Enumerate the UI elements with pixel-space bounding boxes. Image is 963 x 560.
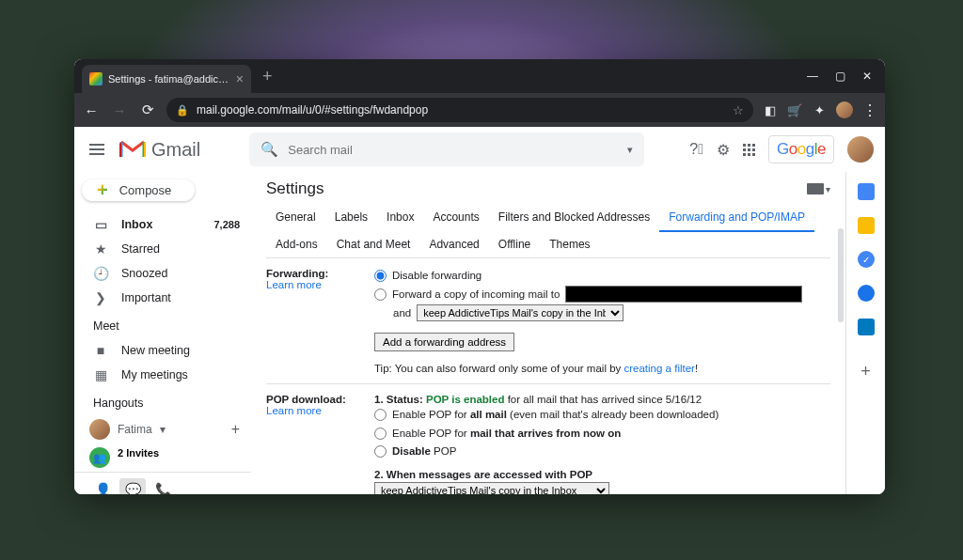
back-button[interactable]: ←: [82, 102, 101, 118]
maximize-icon[interactable]: ▢: [835, 70, 845, 83]
forward-action-select[interactable]: keep AddictiveTips Mail's copy in the In…: [417, 304, 624, 321]
hangouts-section-label: Hangouts: [74, 387, 251, 415]
hangouts-invites[interactable]: 👥 2 Invites: [74, 443, 251, 472]
trello-addon-icon[interactable]: [858, 319, 875, 335]
search-options-icon[interactable]: ▾: [627, 144, 633, 156]
hangouts-phone-icon[interactable]: 📞: [150, 478, 176, 494]
settings-tabs: General Labels Inbox Accounts Filters an…: [266, 204, 830, 258]
contacts-addon-icon[interactable]: [858, 285, 875, 302]
pop-enable-all-radio[interactable]: [374, 409, 387, 421]
search-box[interactable]: 🔍 ▾: [249, 132, 644, 166]
forwarding-tip: Tip: You can also forward only some of y…: [374, 363, 830, 374]
tasks-addon-icon[interactable]: [858, 251, 875, 268]
get-addons-icon[interactable]: +: [860, 362, 871, 381]
compose-button[interactable]: + Compose: [82, 179, 195, 201]
calendar-icon: ▦: [93, 367, 108, 382]
tab-labels[interactable]: Labels: [325, 204, 377, 231]
sidebar-item-inbox[interactable]: ▭ Inbox 7,288: [74, 212, 251, 237]
forwarding-learn-more-link[interactable]: Learn more: [266, 279, 322, 290]
disable-forwarding-radio[interactable]: [374, 270, 387, 282]
reload-button[interactable]: ⟳: [138, 101, 157, 118]
browser-tab[interactable]: Settings - fatima@addictivetips.c ×: [82, 65, 251, 93]
pop-label: POP download:: [266, 394, 346, 405]
lock-icon: 🔒: [176, 104, 189, 117]
new-conversation-icon[interactable]: +: [231, 421, 240, 438]
close-tab-icon[interactable]: ×: [236, 71, 244, 86]
close-window-icon[interactable]: ✕: [862, 70, 872, 83]
forward-button[interactable]: →: [110, 102, 129, 118]
pop-disable-radio[interactable]: [374, 445, 387, 458]
keep-addon-icon[interactable]: [858, 217, 875, 234]
hangouts-chat-icon[interactable]: 💬: [119, 478, 146, 494]
settings-gear-icon[interactable]: ⚙: [717, 141, 730, 159]
tab-title: Settings - fatima@addictivetips.c: [108, 73, 230, 85]
search-icon: 🔍: [260, 141, 278, 158]
forwarding-section: Forwarding: Learn more Disable forwardin…: [266, 258, 830, 383]
minimize-icon[interactable]: —: [807, 70, 818, 83]
important-icon: ❯: [93, 290, 108, 305]
extension-icon[interactable]: ◧: [763, 102, 778, 117]
settings-heading: Settings: [266, 179, 324, 198]
account-avatar[interactable]: [847, 136, 874, 163]
extension-icon[interactable]: 🛒: [787, 102, 802, 117]
tab-offline[interactable]: Offline: [489, 231, 540, 257]
gmail-logo[interactable]: Gmail: [119, 139, 200, 161]
browser-window: Settings - fatima@addictivetips.c × + — …: [74, 59, 885, 494]
pop-enable-now-radio[interactable]: [374, 428, 387, 440]
add-forwarding-address-button[interactable]: Add a forwarding address: [374, 333, 514, 351]
google-logo[interactable]: Google: [768, 135, 834, 163]
tab-forwarding-pop-imap[interactable]: Forwarding and POP/IMAP: [659, 204, 814, 232]
pop-learn-more-link[interactable]: Learn more: [266, 405, 322, 416]
search-input[interactable]: [288, 143, 618, 157]
forward-copy-radio[interactable]: [374, 288, 387, 301]
browser-menu-icon[interactable]: ⋮: [862, 101, 877, 119]
sidebar-item-important[interactable]: ❯ Important: [74, 286, 251, 310]
hangouts-user[interactable]: Fatima ▾ +: [74, 415, 251, 443]
invite-icon: 👥: [89, 447, 110, 468]
tab-chat-meet[interactable]: Chat and Meet: [327, 231, 420, 257]
clock-icon: 🕘: [93, 266, 108, 281]
tab-addons[interactable]: Add-ons: [266, 231, 327, 257]
tab-themes[interactable]: Themes: [540, 231, 599, 257]
inbox-icon: ▭: [93, 217, 108, 232]
tab-advanced[interactable]: Advanced: [419, 231, 488, 257]
keyboard-icon: [807, 183, 824, 194]
calendar-addon-icon[interactable]: [858, 183, 875, 200]
video-icon: ■: [93, 343, 108, 358]
compose-label: Compose: [119, 183, 172, 197]
tab-filters[interactable]: Filters and Blocked Addresses: [489, 204, 659, 231]
side-panel: +: [845, 172, 885, 494]
main-menu-icon[interactable]: [86, 138, 108, 161]
gmail-brand-text: Gmail: [151, 139, 200, 161]
sidebar-item-new-meeting[interactable]: ■ New meeting: [74, 338, 251, 363]
hangouts-contacts-icon[interactable]: 👤: [89, 478, 116, 494]
sidebar-item-starred[interactable]: ★ Starred: [74, 237, 251, 261]
profile-avatar-icon[interactable]: [836, 101, 853, 118]
forwarding-label: Forwarding:: [266, 268, 328, 279]
meet-section-label: Meet: [74, 310, 251, 338]
google-apps-icon[interactable]: [743, 144, 755, 156]
extensions-puzzle-icon[interactable]: ✦: [812, 102, 827, 117]
create-filter-link[interactable]: creating a filter: [624, 363, 694, 374]
url-text: mail.google.com/mail/u/0/#settings/fwdan…: [197, 103, 725, 117]
sidebar-item-my-meetings[interactable]: ▦ My meetings: [74, 363, 251, 387]
pop-q2-label: 2. When messages are accessed with POP: [374, 469, 592, 480]
input-tools-button[interactable]: ▾: [807, 183, 830, 194]
forward-address-select[interactable]: [565, 286, 802, 303]
support-icon[interactable]: ?⃝: [689, 141, 703, 158]
sidebar-item-snoozed[interactable]: 🕘 Snoozed: [74, 261, 251, 286]
inbox-count: 7,288: [213, 219, 240, 230]
tab-accounts[interactable]: Accounts: [423, 204, 488, 231]
new-tab-button[interactable]: +: [262, 67, 273, 86]
scrollbar[interactable]: [838, 228, 845, 454]
tab-general[interactable]: General: [266, 204, 325, 231]
plus-icon: +: [97, 179, 108, 201]
pop-action-select[interactable]: keep AddictiveTips Mail's copy in the In…: [374, 482, 609, 494]
gmail-header: Gmail 🔍 ▾ ?⃝ ⚙ Google: [74, 127, 885, 172]
address-bar[interactable]: 🔒 mail.google.com/mail/u/0/#settings/fwd…: [166, 98, 753, 122]
pop-status-value: POP is enabled: [426, 394, 505, 405]
star-icon: ★: [93, 241, 108, 257]
bookmark-star-icon[interactable]: ☆: [733, 103, 744, 117]
tab-inbox[interactable]: Inbox: [377, 204, 423, 231]
titlebar: Settings - fatima@addictivetips.c × + — …: [74, 59, 885, 93]
